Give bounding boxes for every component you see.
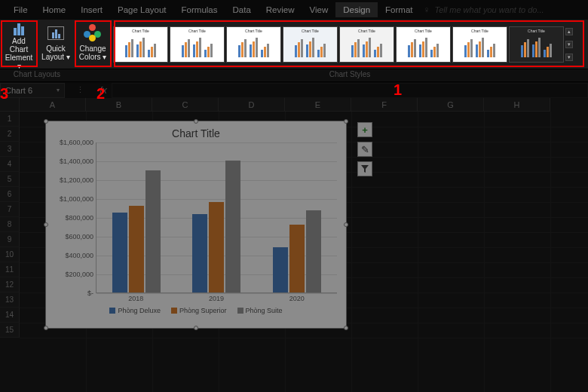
row-header[interactable]: 5 bbox=[0, 172, 20, 187]
y-tick-label: $800,000 bbox=[51, 214, 93, 222]
style-gallery-spinner: ▴ ▾ ▾ bbox=[565, 26, 573, 63]
resize-handle[interactable] bbox=[44, 119, 48, 124]
chart-filters-button[interactable] bbox=[357, 161, 372, 176]
annotation-1: 1 bbox=[394, 81, 402, 99]
bar-Phòng-Deluxe[interactable] bbox=[112, 213, 127, 292]
row-header[interactable]: 6 bbox=[0, 187, 20, 202]
resize-handle[interactable] bbox=[44, 326, 48, 330]
row-header[interactable]: 10 bbox=[0, 247, 20, 262]
menu-format[interactable]: Format bbox=[378, 2, 420, 17]
chart-style-6[interactable]: Chart Title bbox=[396, 26, 451, 63]
row-header[interactable]: 14 bbox=[0, 308, 20, 323]
col-header-H[interactable]: H bbox=[484, 98, 550, 112]
chart-style-3[interactable]: Chart Title bbox=[226, 26, 281, 63]
menu-page-layout[interactable]: Page Layout bbox=[110, 2, 174, 17]
legend-entry[interactable]: Phòng Suite bbox=[237, 307, 283, 314]
group-label-styles: Chart Styles bbox=[112, 69, 588, 81]
ribbon-group-change-colors: Change Colors ▾ bbox=[74, 20, 112, 69]
add-chart-element-button[interactable]: Add Chart Element ▾ bbox=[3, 22, 35, 67]
quick-layout-icon bbox=[45, 23, 66, 43]
change-colors-icon bbox=[82, 23, 103, 43]
bar-Phòng-Superior[interactable] bbox=[209, 202, 224, 292]
quick-layout-button[interactable]: Quick Layout ▾ bbox=[41, 22, 70, 67]
bar-Phòng-Superior[interactable] bbox=[129, 206, 144, 292]
menu-formulas[interactable]: Formulas bbox=[174, 2, 225, 17]
menu-home[interactable]: Home bbox=[35, 2, 74, 17]
row-header[interactable]: 4 bbox=[0, 157, 20, 172]
row-header[interactable]: 1 bbox=[0, 112, 20, 127]
menu-design[interactable]: Design bbox=[335, 2, 378, 17]
chart-style-8[interactable]: Chart Title bbox=[509, 26, 564, 63]
menu-data[interactable]: Data bbox=[225, 2, 259, 17]
ribbon-group-add-element: Add Chart Element ▾ bbox=[0, 20, 38, 69]
bar-Phòng-Suite[interactable] bbox=[225, 161, 240, 292]
chart-legend[interactable]: Phòng DeluxePhòng SuperiorPhòng Suite bbox=[46, 302, 346, 319]
chart-style-2[interactable]: Chart Title bbox=[170, 26, 225, 63]
row-headers: 1 2 3 4 5 6 7 8 9 10 11 12 13 14 15 bbox=[0, 112, 20, 338]
name-box[interactable]: Chart 6 ▾ bbox=[0, 83, 65, 98]
formula-bar[interactable] bbox=[112, 83, 588, 98]
x-tick-label: 2020 bbox=[256, 295, 337, 302]
resize-handle[interactable] bbox=[194, 119, 198, 124]
chart-styles-button[interactable]: ✎ bbox=[357, 142, 372, 157]
cells-area[interactable]: Chart Title $-$200,000$400,000$600,000$8… bbox=[20, 112, 588, 392]
menu-file[interactable]: File bbox=[6, 2, 35, 17]
col-header-F[interactable]: F bbox=[351, 98, 418, 112]
row-header[interactable]: 12 bbox=[0, 277, 20, 292]
x-tick-label: 2019 bbox=[176, 295, 257, 302]
name-box-expand[interactable]: ⋮ bbox=[65, 85, 95, 95]
row-header[interactable]: 15 bbox=[0, 323, 20, 338]
y-tick-label: $1,600,000 bbox=[51, 139, 93, 146]
chart-plot-area[interactable]: $-$200,000$400,000$600,000$800,000$1,000… bbox=[96, 142, 337, 293]
bar-Phòng-Superior[interactable] bbox=[289, 225, 305, 292]
y-tick-label: $1,000,000 bbox=[51, 195, 93, 203]
menu-review[interactable]: Review bbox=[259, 2, 302, 17]
bar-Phòng-Suite[interactable] bbox=[306, 210, 321, 292]
y-tick-label: $600,000 bbox=[51, 233, 93, 240]
bar-Phòng-Deluxe[interactable] bbox=[273, 247, 288, 292]
col-header-E[interactable]: E bbox=[285, 98, 351, 112]
menu-insert[interactable]: Insert bbox=[73, 2, 110, 17]
chart-elements-button[interactable]: + bbox=[357, 122, 372, 137]
chart-style-4[interactable]: Chart Title bbox=[283, 26, 338, 63]
col-header-D[interactable]: D bbox=[219, 98, 285, 112]
ribbon-design: Add Chart Element ▾ Quick Layout ▾ bbox=[0, 20, 588, 69]
resize-handle[interactable] bbox=[44, 222, 48, 227]
chart-style-7[interactable]: Chart Title bbox=[452, 26, 507, 63]
row-header[interactable]: 8 bbox=[0, 217, 20, 232]
y-tick-label: $1,400,000 bbox=[51, 158, 93, 165]
embedded-chart[interactable]: Chart Title $-$200,000$400,000$600,000$8… bbox=[45, 121, 347, 329]
annotation-3: 3 bbox=[0, 85, 8, 103]
style-gallery-up[interactable]: ▴ bbox=[565, 28, 573, 35]
resize-handle[interactable] bbox=[344, 222, 348, 227]
menu-view[interactable]: View bbox=[302, 2, 336, 17]
bar-Phòng-Suite[interactable] bbox=[145, 170, 161, 293]
bar-Phòng-Deluxe[interactable] bbox=[192, 214, 207, 292]
row-header[interactable]: 9 bbox=[0, 232, 20, 247]
col-header-G[interactable]: G bbox=[418, 98, 484, 112]
chevron-down-icon: ▾ bbox=[57, 87, 60, 93]
spreadsheet-grid: A B C D E F G H 1 2 3 4 5 6 7 8 9 10 11 … bbox=[0, 98, 588, 392]
col-header-A[interactable]: A bbox=[20, 98, 86, 112]
row-header[interactable]: 7 bbox=[0, 202, 20, 217]
row-header[interactable]: 2 bbox=[0, 127, 20, 142]
y-tick-label: $200,000 bbox=[51, 271, 93, 278]
excel-app: File Home Insert Page Layout Formulas Da… bbox=[0, 0, 588, 392]
legend-entry[interactable]: Phòng Superior bbox=[171, 307, 227, 314]
resize-handle[interactable] bbox=[194, 326, 198, 330]
style-gallery-down[interactable]: ▾ bbox=[565, 41, 573, 48]
style-gallery-more[interactable]: ▾ bbox=[565, 54, 573, 61]
chart-side-buttons: + ✎ bbox=[357, 122, 372, 176]
resize-handle[interactable] bbox=[344, 326, 348, 330]
row-header[interactable]: 3 bbox=[0, 142, 20, 157]
row-header[interactable]: 11 bbox=[0, 262, 20, 277]
y-tick-label: $- bbox=[51, 289, 93, 297]
legend-entry[interactable]: Phòng Deluxe bbox=[109, 307, 161, 314]
change-colors-button[interactable]: Change Colors ▾ bbox=[79, 22, 107, 67]
resize-handle[interactable] bbox=[344, 119, 348, 124]
col-header-C[interactable]: C bbox=[152, 98, 219, 112]
chart-style-1[interactable]: Chart Title bbox=[113, 26, 168, 63]
row-header[interactable]: 13 bbox=[0, 292, 20, 308]
chart-style-5[interactable]: Chart Title bbox=[339, 26, 394, 63]
tell-me-search[interactable]: Tell me what you want to do... bbox=[434, 5, 544, 14]
